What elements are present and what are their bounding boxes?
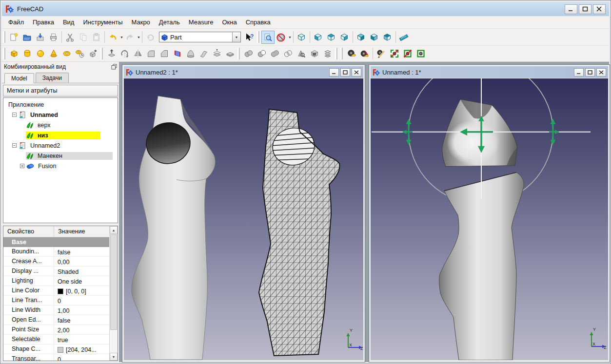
whats-this-button[interactable]: ?: [243, 31, 256, 44]
property-row[interactable]: Open Ed...false: [3, 315, 109, 325]
part-sphere-button[interactable]: [34, 47, 47, 60]
view-left-button[interactable]: [381, 31, 394, 44]
scroll-down-icon[interactable]: ▼: [110, 353, 118, 361]
toolbar-handle[interactable]: [3, 48, 5, 59]
view-right-button[interactable]: [338, 31, 351, 44]
view-front-button[interactable]: [312, 31, 325, 44]
child-close-button[interactable]: [596, 68, 606, 77]
labels-attributes-header[interactable]: Метки и атрибуты: [3, 85, 118, 96]
gizmo-left-handle[interactable]: [402, 119, 413, 145]
property-row[interactable]: Line Color[0, 0, 0]: [3, 286, 109, 296]
undo-button[interactable]: [106, 31, 119, 44]
3d-viewport-unnamed2[interactable]: Y X Z: [124, 78, 363, 360]
save-button[interactable]: [34, 31, 47, 44]
tree-item-niz[interactable]: низ: [23, 130, 118, 140]
maximize-button[interactable]: [579, 4, 591, 14]
new-document-button[interactable]: [7, 31, 20, 44]
menu-macro[interactable]: Макро: [127, 17, 154, 28]
measure-toggle-delta-button[interactable]: [414, 47, 427, 60]
zoom-fit-all-button[interactable]: [261, 31, 275, 44]
part-check-geometry-button[interactable]: [295, 47, 308, 60]
gizmo-right-handle[interactable]: [549, 119, 559, 145]
tree-item-verh[interactable]: верх: [23, 120, 118, 130]
property-row[interactable]: Line Width1,00: [3, 306, 109, 315]
child-maximize-button[interactable]: [340, 68, 350, 77]
scroll-up-icon[interactable]: ▲: [110, 226, 118, 234]
toolbar-handle[interactable]: [335, 48, 337, 59]
view-axonometric-button[interactable]: [295, 31, 308, 44]
part-fillet-button[interactable]: [144, 47, 158, 60]
measure-distance-button[interactable]: [397, 31, 411, 44]
property-row[interactable]: LightingOne side: [3, 276, 109, 286]
collapse-icon[interactable]: −: [12, 113, 17, 117]
collapse-icon[interactable]: −: [12, 143, 17, 148]
menu-windows[interactable]: Окна: [217, 17, 241, 28]
print-button[interactable]: [47, 31, 60, 44]
tab-model[interactable]: Model: [4, 73, 34, 83]
toolbar-handle[interactable]: [257, 31, 259, 43]
child-close-button[interactable]: [352, 68, 361, 77]
copy-button[interactable]: [77, 31, 90, 44]
tree-item-application[interactable]: Приложение: [3, 99, 118, 110]
property-row[interactable]: Transpar...0: [3, 354, 109, 361]
open-button[interactable]: [20, 31, 34, 44]
part-offset-button[interactable]: [210, 47, 223, 60]
paste-button[interactable]: [90, 31, 103, 44]
menu-help[interactable]: Справка: [241, 17, 275, 28]
menu-edit[interactable]: Правка: [28, 17, 59, 28]
expand-icon[interactable]: +: [20, 164, 24, 168]
child-minimize-button[interactable]: [329, 68, 339, 77]
mannequin-smooth[interactable]: [132, 96, 216, 360]
measure-linear-button[interactable]: [345, 47, 358, 60]
menu-tools[interactable]: Инструменты: [79, 17, 127, 28]
property-row[interactable]: Boundin...false: [3, 247, 109, 257]
view-bottom-button[interactable]: [368, 31, 381, 44]
property-row[interactable]: Crease A...0,00: [3, 257, 109, 267]
view-top-button[interactable]: [325, 31, 338, 44]
measure-angular-button[interactable]: [358, 47, 371, 60]
child-maximize-button[interactable]: [585, 68, 595, 77]
3d-viewport-unnamed[interactable]: Y X Z: [371, 78, 608, 360]
refresh-button[interactable]: [144, 31, 157, 44]
toolbar-handle[interactable]: [3, 31, 5, 43]
part-section-button[interactable]: [308, 47, 321, 60]
tree-item-unnamed[interactable]: − Unnamed: [9, 110, 118, 120]
part-mirror-button[interactable]: [131, 47, 144, 60]
child-minimize-button[interactable]: [574, 68, 584, 77]
menu-measure[interactable]: Measure: [184, 17, 218, 28]
part-torus-button[interactable]: [60, 47, 73, 60]
part-extrude-button[interactable]: [105, 47, 118, 60]
mannequin-bust-piece[interactable]: [442, 99, 517, 167]
tree-item-fusion[interactable]: + Fusion: [17, 161, 118, 171]
part-common-button[interactable]: [281, 47, 295, 60]
scrollbar-thumb[interactable]: [110, 234, 117, 330]
close-button[interactable]: [593, 4, 606, 14]
title-bar[interactable]: FreeCAD: [2, 2, 609, 16]
property-group-base[interactable]: Base: [3, 237, 109, 247]
redo-dropdown-arrow[interactable]: ▼: [137, 36, 140, 39]
float-panel-icon[interactable]: [111, 64, 117, 70]
draw-style-button[interactable]: [275, 31, 288, 44]
part-primitives-button[interactable]: [73, 47, 86, 60]
part-union-button[interactable]: [268, 47, 281, 60]
property-row[interactable]: Selectabletrue: [3, 335, 109, 345]
tree-item-unnamed2[interactable]: − Unnamed2: [9, 140, 118, 151]
part-shape-builder-button[interactable]: [86, 47, 99, 60]
workbench-selector[interactable]: Part ▼: [159, 32, 241, 42]
redo-button[interactable]: [123, 31, 137, 44]
mannequin-mesh[interactable]: [259, 109, 339, 356]
toolbar-handle[interactable]: [100, 48, 103, 59]
part-ruled-surface-button[interactable]: [171, 47, 184, 60]
undo-dropdown-arrow[interactable]: ▼: [120, 36, 123, 39]
part-sweep-button[interactable]: [197, 47, 210, 60]
view-rear-button[interactable]: [355, 31, 368, 44]
child-title-bar[interactable]: Unnamed : 1*: [371, 66, 608, 78]
part-boolean-button[interactable]: [242, 47, 255, 60]
tab-tasks[interactable]: Задачи: [36, 73, 69, 83]
part-revolve-button[interactable]: [118, 47, 131, 60]
tree-item-manekin[interactable]: Манекен: [23, 151, 118, 161]
cut-button[interactable]: [63, 31, 77, 44]
part-box-button[interactable]: [7, 47, 20, 60]
property-row[interactable]: Point Size2,00: [3, 325, 109, 335]
part-loft-button[interactable]: [184, 47, 197, 60]
